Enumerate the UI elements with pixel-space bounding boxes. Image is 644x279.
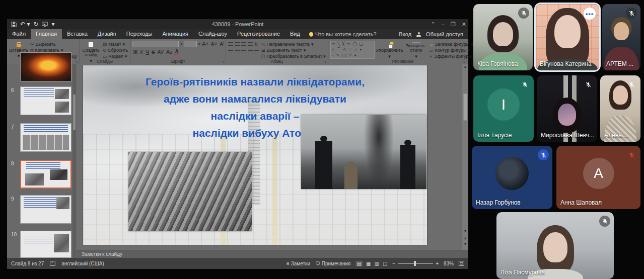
font-size-combobox[interactable] <box>184 41 197 47</box>
slide-thumbnail-panel: 6 7 8 9 <box>7 64 77 258</box>
participant-tile[interactable]: Мирослава Шевч... <box>537 75 597 142</box>
scroll-up-icon[interactable]: ▲ <box>462 65 468 68</box>
scrollbar-thumb[interactable] <box>463 94 467 121</box>
normal-view-button[interactable]: ▤ <box>355 261 362 266</box>
align-center-icon[interactable] <box>235 49 240 53</box>
sign-in-link[interactable]: Вход <box>399 31 411 37</box>
tab-review[interactable]: Рецензирование <box>232 29 285 39</box>
slide-sorter-view-button[interactable]: ▦ <box>366 261 371 266</box>
strikethrough-button[interactable]: S <box>151 49 156 55</box>
align-text-button[interactable]: ⊟Выровнять текст▾ <box>261 48 326 53</box>
shapes-gallery[interactable]: ▭ ╲ ╳ ▭ ◯ ▢ △ ⌒ ◇ ♡ ☆ ▾ ⌐ ∿ ( ) ☆ ▴ <box>330 41 375 59</box>
ribbon-display-options-icon[interactable]: ⌃ <box>431 21 436 28</box>
tell-me-box[interactable]: Что вы хотите сделать? <box>305 29 381 39</box>
zoom-slider-thumb[interactable] <box>414 261 416 266</box>
align-left-icon[interactable] <box>228 49 233 53</box>
muted-mic-icon <box>626 79 637 90</box>
thumbnail-slide-7[interactable] <box>20 123 71 152</box>
participant-tile[interactable]: І Ілля Тарусін <box>473 75 534 142</box>
language-indicator[interactable]: английский (США) <box>61 261 104 266</box>
participant-tile[interactable]: Ліза Пасмурова <box>496 212 614 279</box>
participant-tile[interactable]: Назар Горбунов <box>472 146 552 209</box>
italic-button[interactable]: К <box>139 49 144 55</box>
tab-file[interactable]: Файл <box>7 29 31 39</box>
zoom-in-icon[interactable]: + <box>436 261 439 266</box>
comments-toggle[interactable]: 🗨 Примечания <box>315 261 351 266</box>
notes-pane[interactable]: Заметки к слайду <box>77 250 468 258</box>
reading-view-button[interactable]: ▥ <box>374 261 379 266</box>
zoom-out-icon[interactable]: − <box>392 261 395 266</box>
zoom-slider[interactable]: − + <box>392 261 439 266</box>
clipboard-dialog-launcher[interactable]: ↘ <box>75 60 78 64</box>
indent-decrease-icon[interactable] <box>241 42 246 47</box>
share-button[interactable]: Общий доступ <box>426 31 463 37</box>
numbering-icon[interactable] <box>235 42 240 47</box>
paragraph-dialog-launcher[interactable]: ↘ <box>324 60 327 64</box>
tab-slideshow[interactable]: Слайд-шоу <box>193 29 232 39</box>
minimize-button[interactable]: – <box>442 21 445 27</box>
tab-transitions[interactable]: Переходы <box>121 29 158 39</box>
participant-photo-avatar <box>495 157 529 190</box>
shrink-font-button[interactable]: A˅ <box>210 41 218 47</box>
tab-design[interactable]: Дизайн <box>93 29 121 39</box>
shape-fill-button[interactable]: ▱Заливка фигуры▾ <box>430 42 476 47</box>
reset-button[interactable]: ⟲Сбросить <box>103 48 128 53</box>
bullets-icon[interactable] <box>228 42 233 47</box>
slide-canvas[interactable]: Героїв-рятівників назвали ліквідаторами,… <box>83 65 427 245</box>
window-title: 438089 - PowerPoint <box>7 21 468 27</box>
collapse-ribbon-icon[interactable]: ⌃ <box>463 61 466 64</box>
font-dialog-launcher[interactable]: ↘ <box>222 60 225 64</box>
fit-to-window-icon[interactable] <box>459 261 464 266</box>
restore-button[interactable]: ❐ <box>451 21 456 28</box>
align-right-icon[interactable] <box>241 49 246 53</box>
layout-button[interactable]: ▤Макет▾ <box>103 42 128 47</box>
clear-formatting-button[interactable]: A̸ <box>219 41 224 47</box>
thumbnail-slide-9[interactable] <box>20 195 71 224</box>
indent-increase-icon[interactable] <box>248 42 253 47</box>
font-color-button[interactable]: А <box>174 49 179 55</box>
align-text-icon: ⊟ <box>261 48 265 53</box>
tab-animations[interactable]: Анимация <box>157 29 193 39</box>
quick-styles-button[interactable]: Экспресс-стили▾ <box>405 41 428 59</box>
thumbnail-slide-6[interactable] <box>20 86 71 115</box>
text-direction-button[interactable]: ⇋Направление текста▾ <box>261 42 326 47</box>
new-slide-button[interactable]: Создать слайд▾ <box>82 41 101 59</box>
line-spacing-icon[interactable]: ⇅ <box>254 42 258 47</box>
cut-button[interactable]: ✂Вырезать <box>30 42 77 47</box>
tab-home[interactable]: Главная <box>31 29 62 39</box>
thumbnail-slide-5[interactable] <box>20 52 71 81</box>
justify-icon[interactable] <box>248 49 253 53</box>
muted-mic-icon <box>518 8 529 19</box>
character-spacing-button[interactable]: AV <box>157 49 165 55</box>
participant-tile[interactable]: А Анна Шаповал <box>556 146 640 209</box>
ribbon-tab-row: Файл Главная Вставка Дизайн Переходы Ани… <box>7 29 468 39</box>
arrange-button[interactable]: Упорядочить▾ <box>377 41 403 59</box>
change-case-button[interactable]: Aa <box>166 49 173 55</box>
participant-tile-active-speaker[interactable]: ••• Бігунова Катерина <box>536 4 599 70</box>
thumbnail-slide-8-selected[interactable] <box>20 160 71 189</box>
participant-tile[interactable]: АРТЕМ ... <box>602 4 640 70</box>
notes-toggle[interactable]: ≡ Заметки <box>287 261 310 266</box>
previous-slide-icon[interactable]: ▲ <box>462 236 468 240</box>
bold-button[interactable]: Ж <box>132 49 138 55</box>
font-name-combobox[interactable] <box>132 41 179 47</box>
next-slide-icon[interactable]: ▼ <box>462 242 468 246</box>
close-button[interactable]: ✕ <box>462 21 466 28</box>
tab-view[interactable]: Вид <box>285 29 305 39</box>
slideshow-view-button[interactable]: ▢ <box>383 261 387 266</box>
participant-tile[interactable]: Алена ... <box>600 75 640 142</box>
thumbnail-slide-10[interactable] <box>20 231 71 258</box>
scroll-down-icon[interactable]: ▼ <box>462 229 468 233</box>
underline-button[interactable]: Ч <box>145 49 150 55</box>
zoom-percentage[interactable]: 83% <box>444 261 454 266</box>
columns-icon[interactable] <box>254 49 259 53</box>
shape-outline-button[interactable]: ▱Контур фигуры▾ <box>430 48 476 53</box>
participant-tile[interactable]: Кіра Горяінова <box>473 4 533 70</box>
title-bar: ↶ ▾ ↻ ▾ 438089 - PowerPoint ⌃ – ❐ ✕ <box>7 19 468 29</box>
spellcheck-icon[interactable] <box>50 261 55 266</box>
editor-vertical-scrollbar[interactable]: ▲ ▼ ▲ ▼ <box>462 64 468 250</box>
thumbnail-scrollbar[interactable] <box>73 64 76 258</box>
more-options-icon[interactable]: ••• <box>584 8 596 20</box>
grow-font-button[interactable]: A˄ <box>201 41 209 47</box>
tab-insert[interactable]: Вставка <box>62 29 93 39</box>
